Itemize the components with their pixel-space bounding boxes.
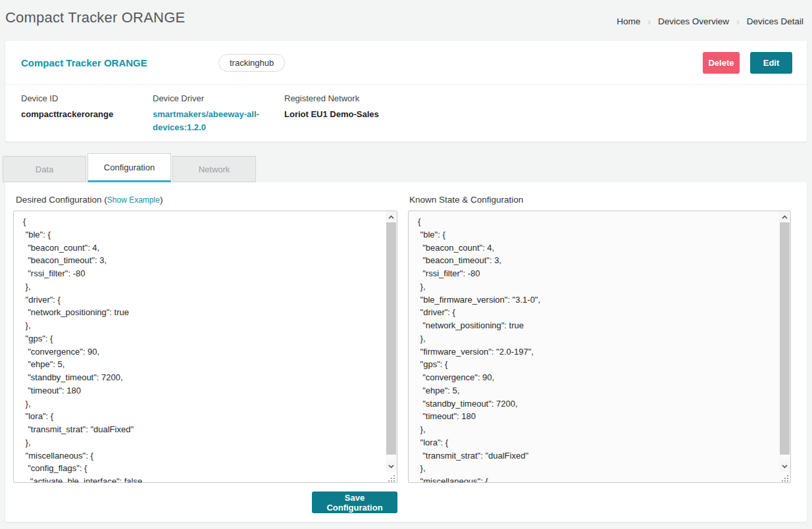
scroll-up-arrow-icon[interactable] bbox=[779, 211, 790, 222]
desired-config-textarea[interactable]: { "ble": { "beacon_count": 4, "beacon_ti… bbox=[13, 211, 397, 483]
save-configuration-button[interactable]: Save Configuration bbox=[312, 491, 397, 513]
scrollbar-thumb[interactable] bbox=[780, 222, 790, 455]
breadcrumb-home[interactable]: Home bbox=[617, 16, 640, 26]
field-label: Device ID bbox=[21, 93, 133, 103]
desired-config-scrollbar[interactable] bbox=[386, 211, 397, 472]
device-driver-link[interactable]: smartmakers/abeeway-all-devices:1.2.0 bbox=[153, 108, 263, 134]
known-state-json[interactable]: { "ble": { "beacon_count": 4, "beacon_ti… bbox=[409, 211, 778, 482]
device-card: Compact Tracker ORANGE trackinghub Delet… bbox=[5, 41, 807, 141]
delete-button[interactable]: Delete bbox=[703, 52, 740, 74]
device-id-value: compacttrackerorange bbox=[21, 108, 133, 121]
field-registered-network: Registered Network Loriot EU1 Demo-Sales bbox=[284, 93, 416, 134]
device-title: Compact Tracker ORANGE bbox=[21, 57, 218, 68]
breadcrumb-separator-icon: › bbox=[736, 17, 740, 26]
scrollbar-thumb[interactable] bbox=[386, 222, 396, 455]
tab-data[interactable]: Data bbox=[3, 156, 86, 182]
desired-label-text: Desired Configuration ( bbox=[16, 195, 107, 205]
edit-button[interactable]: Edit bbox=[750, 52, 792, 74]
scroll-down-arrow-icon[interactable] bbox=[386, 461, 397, 472]
scroll-down-arrow-icon[interactable] bbox=[779, 461, 790, 472]
breadcrumb: Home › Devices Overview › Devices Detail bbox=[617, 16, 803, 26]
tab-bar: Data Configuration Network bbox=[3, 153, 257, 182]
desired-config-json[interactable]: { "ble": { "beacon_count": 4, "beacon_ti… bbox=[14, 211, 385, 482]
resize-grip-icon[interactable] bbox=[781, 473, 789, 481]
field-label: Registered Network bbox=[284, 93, 396, 103]
known-state-textarea[interactable]: { "ble": { "beacon_count": 4, "beacon_ti… bbox=[408, 211, 791, 483]
field-device-id: Device ID compacttrackerorange bbox=[21, 93, 153, 134]
field-label: Device Driver bbox=[153, 93, 265, 103]
device-card-header: Compact Tracker ORANGE trackinghub Delet… bbox=[5, 41, 807, 84]
tab-network[interactable]: Network bbox=[172, 156, 256, 182]
desired-configuration-label: Desired Configuration (Show Example) bbox=[16, 195, 163, 205]
device-fields: Device ID compacttrackerorange Device Dr… bbox=[21, 93, 416, 134]
known-state-scrollbar[interactable] bbox=[779, 211, 790, 472]
desired-label-close: ) bbox=[160, 195, 163, 205]
show-example-link[interactable]: Show Example bbox=[107, 195, 160, 205]
registered-network-value: Loriot EU1 Demo-Sales bbox=[284, 108, 396, 121]
scroll-up-arrow-icon[interactable] bbox=[386, 211, 397, 222]
device-tag-badge: trackinghub bbox=[218, 54, 285, 72]
breadcrumb-devices-detail: Devices Detail bbox=[747, 16, 803, 26]
card-divider bbox=[5, 84, 807, 85]
page-title: Compact Tracker ORANGE bbox=[5, 9, 185, 26]
breadcrumb-separator-icon: › bbox=[647, 17, 651, 26]
breadcrumb-devices-overview[interactable]: Devices Overview bbox=[658, 16, 729, 26]
known-state-label: Known State & Configuration bbox=[409, 195, 523, 205]
tab-configuration[interactable]: Configuration bbox=[88, 153, 171, 182]
field-device-driver: Device Driver smartmakers/abeeway-all-de… bbox=[153, 93, 284, 134]
resize-grip-icon[interactable] bbox=[388, 473, 395, 481]
